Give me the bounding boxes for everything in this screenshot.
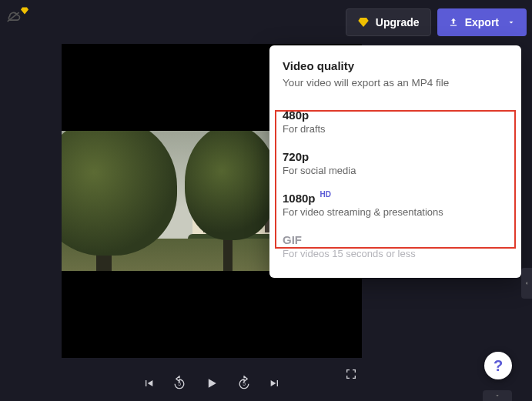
skip-end-button[interactable] — [269, 377, 281, 389]
quality-option-gif[interactable]: GIF For videos 15 seconds or less — [269, 226, 521, 267]
upgrade-button[interactable]: Upgrade — [346, 8, 431, 36]
popover-subtitle: Your video will export as an MP4 file — [283, 77, 508, 89]
help-label: ? — [494, 357, 503, 375]
option-label: 1080p — [283, 192, 316, 205]
play-button[interactable] — [204, 376, 219, 391]
rewind-5-button[interactable]: 5 — [172, 376, 187, 391]
playback-controls: 5 5 — [62, 368, 362, 399]
cloud-offline-icon — [6, 11, 22, 23]
option-label: 720p — [283, 150, 309, 163]
option-label: 480p — [283, 109, 309, 122]
option-label: GIF — [283, 233, 302, 246]
help-button[interactable]: ? — [484, 352, 512, 379]
quality-option-480p[interactable]: 480p For drafts — [269, 101, 521, 142]
header-actions: Upgrade Export — [346, 8, 527, 36]
export-quality-popover: Video quality Your video will export as … — [269, 45, 521, 278]
option-desc: For video streaming & presentations — [283, 206, 508, 218]
export-label: Export — [465, 16, 499, 28]
svg-rect-1 — [450, 25, 457, 26]
upload-icon — [448, 17, 459, 28]
gem-icon — [357, 16, 370, 28]
option-desc: For videos 15 seconds or less — [283, 248, 508, 259]
option-desc: For drafts — [283, 123, 508, 135]
svg-text:5: 5 — [243, 381, 246, 386]
svg-text:5: 5 — [178, 381, 181, 386]
upgrade-label: Upgrade — [376, 16, 420, 28]
option-desc: For social media — [283, 165, 508, 176]
quality-option-1080p[interactable]: 1080p HD For video streaming & presentat… — [269, 184, 521, 226]
side-expand-tab[interactable] — [521, 268, 532, 299]
quality-option-720p[interactable]: 720p For social media — [269, 142, 521, 184]
skip-start-button[interactable] — [142, 377, 155, 389]
bottom-expand-tab[interactable] — [483, 390, 512, 401]
export-button[interactable]: Export — [437, 8, 527, 36]
premium-gem-icon — [20, 6, 29, 15]
fullscreen-button[interactable] — [345, 368, 357, 380]
chevron-down-icon — [507, 18, 516, 27]
popover-title: Video quality — [283, 59, 508, 72]
hd-badge: HD — [320, 190, 331, 199]
forward-5-button[interactable]: 5 — [236, 376, 252, 391]
